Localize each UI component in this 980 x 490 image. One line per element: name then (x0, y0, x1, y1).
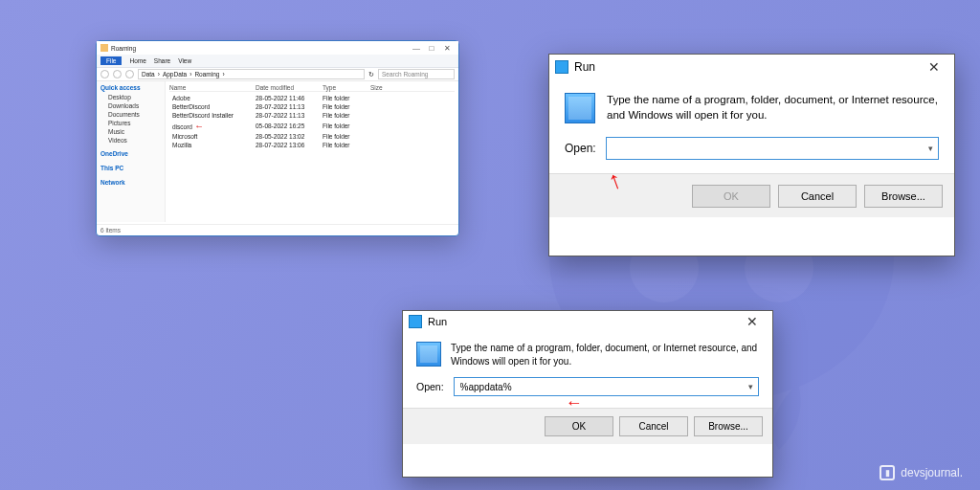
column-headers[interactable]: Name Date modified Type Size (169, 84, 455, 92)
open-label: Open: (416, 381, 444, 392)
credit-icon: ▮ (880, 465, 895, 480)
share-tab[interactable]: Share (154, 57, 170, 64)
site-credit: ▮ devsjournal. (880, 465, 963, 480)
run-program-icon (565, 93, 595, 123)
view-tab[interactable]: View (178, 57, 191, 64)
credit-text: devsjournal. (901, 466, 963, 479)
run-dialog-appdata: Run ✕ Type the name of a program, folder… (402, 310, 773, 478)
sidebar-item-network[interactable]: Network (100, 179, 161, 186)
up-button[interactable] (125, 70, 134, 78)
explorer-titlebar[interactable]: Roaming — □ ✕ (97, 41, 458, 55)
sidebar-item-pictures[interactable]: Pictures (100, 119, 161, 127)
cancel-button[interactable]: Cancel (619, 416, 688, 436)
run-description: Type the name of a program, folder, docu… (607, 93, 939, 122)
table-row[interactable]: discord←05-08-2022 16:25File folder (169, 120, 455, 132)
table-row[interactable]: BetterDiscord Installer28-07-2022 11:13F… (169, 111, 455, 120)
col-date[interactable]: Date modified (256, 84, 323, 91)
run-titlebar[interactable]: Run ✕ (403, 311, 772, 332)
col-type[interactable]: Type (323, 84, 370, 91)
run-icon (555, 60, 568, 74)
home-tab[interactable]: Home (129, 57, 145, 64)
address-bar: Data› AppData› Roaming› ↻ Search Roaming (97, 68, 458, 81)
minimize-button[interactable]: — (409, 44, 424, 53)
sidebar-item-thispc[interactable]: This PC (100, 165, 161, 171)
open-input[interactable] (606, 137, 939, 160)
ok-button[interactable]: OK (545, 416, 613, 436)
breadcrumb[interactable]: Data› AppData› Roaming› (138, 69, 365, 79)
breadcrumb-item[interactable]: AppData (163, 71, 187, 78)
col-name[interactable]: Name (169, 84, 256, 91)
file-list: Name Date modified Type Size Adobe28-05-… (166, 81, 458, 222)
run-description: Type the name of a program, folder, docu… (451, 342, 759, 368)
cancel-button[interactable]: Cancel (778, 185, 857, 208)
folder-icon (100, 44, 108, 52)
forward-button[interactable] (113, 70, 122, 78)
close-button[interactable]: ✕ (920, 59, 948, 75)
breadcrumb-item[interactable]: Data (142, 71, 155, 78)
table-row[interactable]: Microsoft28-05-2022 13:02File folder (169, 132, 455, 141)
close-button[interactable]: ✕ (439, 44, 455, 53)
run-icon (409, 315, 422, 328)
file-tab[interactable]: File (100, 56, 122, 65)
run-dialog-empty: Run ✕ Type the name of a program, folder… (548, 54, 955, 256)
status-bar: 6 items (97, 224, 458, 235)
window-title: Roaming (111, 45, 409, 52)
browse-button[interactable]: Browse... (694, 416, 763, 436)
sidebar-item-quick-access[interactable]: Quick access (100, 84, 161, 91)
open-input[interactable] (454, 377, 759, 396)
sidebar-item-downloads[interactable]: Downloads (100, 101, 161, 110)
table-row[interactable]: BetterDiscord28-07-2022 11:13File folder (169, 102, 455, 111)
run-program-icon (416, 342, 441, 367)
open-label: Open: (565, 142, 596, 155)
file-explorer-window: Roaming — □ ✕ File Home Share View Data›… (96, 40, 459, 236)
sidebar-item-desktop[interactable]: Desktop (100, 93, 161, 101)
table-row[interactable]: Mozilla28-07-2022 13:06File folder (169, 141, 455, 149)
ok-button[interactable]: OK (692, 185, 770, 208)
explorer-sidebar: Quick access Desktop Downloads Documents… (97, 81, 166, 222)
close-button[interactable]: ✕ (738, 314, 767, 329)
back-button[interactable] (100, 70, 109, 78)
maximize-button[interactable]: □ (424, 44, 439, 53)
browse-button[interactable]: Browse... (864, 185, 943, 208)
run-title-text: Run (428, 316, 738, 327)
run-title-text: Run (574, 60, 920, 74)
col-size[interactable]: Size (370, 84, 455, 91)
sidebar-item-documents[interactable]: Documents (100, 110, 161, 119)
table-row[interactable]: Adobe28-05-2022 11:46File folder (169, 94, 455, 102)
run-footer: OK Cancel Browse... (403, 408, 772, 444)
sidebar-item-music[interactable]: Music (100, 127, 161, 136)
breadcrumb-item[interactable]: Roaming (194, 71, 219, 78)
status-text: 6 items (100, 227, 121, 234)
annotation-arrow: → (566, 393, 583, 413)
ribbon: File Home Share View (97, 55, 458, 68)
refresh-button[interactable]: ↻ (368, 71, 374, 78)
sidebar-item-videos[interactable]: Videos (100, 136, 161, 145)
run-titlebar[interactable]: Run ✕ (549, 55, 954, 79)
search-input[interactable]: Search Roaming (378, 69, 455, 79)
sidebar-item-onedrive[interactable]: OneDrive (100, 150, 161, 157)
